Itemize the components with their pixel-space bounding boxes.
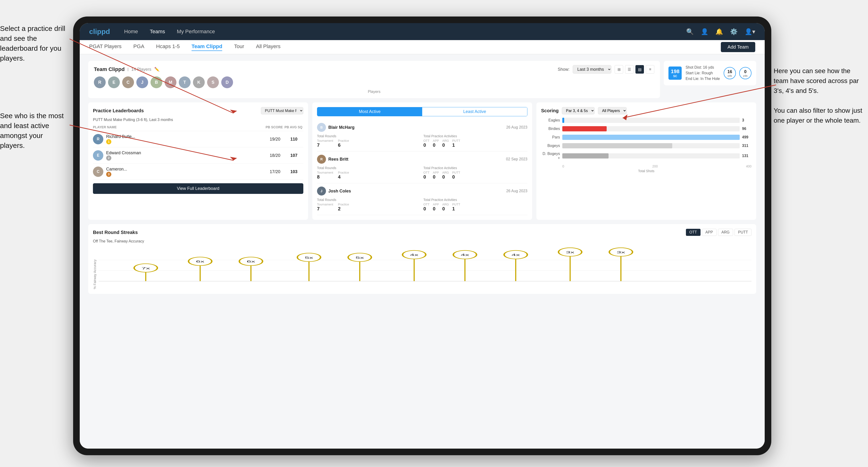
bar-label-eagles: Eagles: [541, 118, 560, 122]
lb-avg-2: 107: [284, 153, 303, 158]
activity-tabs: Most Active Least Active: [317, 107, 527, 116]
lb-avatar-1: R: [93, 134, 103, 144]
nav-teams[interactable]: Teams: [150, 29, 165, 35]
streak-filter-putt[interactable]: PUTT: [735, 229, 751, 236]
lb-name-1: Richard Butle...: [106, 134, 135, 139]
activity-name-rees: Rees Britt: [328, 157, 348, 162]
table-row: E Edward Crossman 2 18/20 107: [93, 148, 303, 164]
tab-most-active[interactable]: Most Active: [317, 107, 422, 116]
avatar-5[interactable]: B: [151, 76, 162, 88]
view-list-icon[interactable]: ☰: [625, 65, 633, 73]
players-label: Players: [94, 90, 654, 94]
subnav-team-clippd[interactable]: Team Clippd: [191, 43, 222, 51]
add-team-button[interactable]: Add Team: [721, 42, 755, 52]
avatar-7[interactable]: T: [179, 76, 191, 88]
scoring-filter-par[interactable]: Par 3, 4 & 5s: [562, 107, 595, 115]
subnav-all-players[interactable]: All Players: [256, 43, 280, 51]
annotation-mid-left: See who is the most and least active amo…: [0, 111, 69, 151]
activity-name-josh: Josh Coles: [328, 189, 351, 194]
user-avatar-icon[interactable]: 👤▾: [745, 28, 755, 35]
tab-least-active[interactable]: Least Active: [422, 107, 527, 116]
subnav-tour[interactable]: Tour: [234, 43, 244, 51]
avatar-8[interactable]: K: [193, 76, 205, 88]
streaks-filter-group: OTT APP ARG PUTT: [686, 229, 751, 236]
nav-my-performance[interactable]: My Performance: [177, 29, 215, 35]
col-pb-score: PB SCORE: [266, 125, 284, 129]
avatar-9[interactable]: S: [207, 76, 219, 88]
lb-badge-1: 1: [106, 139, 111, 144]
table-row: C Cameron... 3 17/20 103: [93, 164, 303, 180]
lb-score-3: 17/20: [266, 169, 284, 174]
bar-label-bogeys: Bogeys: [541, 144, 560, 148]
activity-card: Most Active Least Active B Blair McHarg …: [312, 102, 532, 220]
activity-player-blair: B Blair McHarg 26 Aug 2023 Total Rounds …: [317, 120, 527, 151]
subnav: PGAT Players PGA Hcaps 1-5 Team Clippd T…: [80, 40, 765, 54]
subnav-pgat[interactable]: PGAT Players: [89, 43, 121, 51]
svg-text:4x: 4x: [461, 253, 469, 257]
avatar-2[interactable]: E: [108, 76, 120, 88]
shot-circles: 16 yds 0 yds: [724, 67, 751, 79]
people-icon[interactable]: 👤: [701, 28, 708, 35]
streak-filter-app[interactable]: APP: [702, 229, 717, 236]
bar-row-birdies: Birdies 96: [541, 126, 751, 131]
subnav-pga[interactable]: PGA: [133, 43, 144, 51]
nav-home[interactable]: Home: [124, 29, 138, 35]
annotation-right: Here you can see how the team have score…: [774, 66, 863, 125]
bar-label-dbogeys: D. Bogeys +: [541, 152, 560, 160]
bar-value-birdies: 96: [742, 127, 751, 131]
y-axis-label: % Fairway Accuracy: [93, 247, 97, 289]
navbar-icons: 🔍 👤 🔔 ⚙️ 👤▾: [686, 28, 755, 35]
tablet-screen: clippd Home Teams My Performance 🔍 👤 🔔 ⚙…: [80, 23, 765, 448]
brand-logo: clippd: [89, 28, 110, 36]
bar-chart: Eagles 3 Birdies 96: [541, 118, 751, 160]
drill-select[interactable]: PUTT Must Make Putt...: [261, 107, 303, 115]
bar-row-eagles: Eagles 3: [541, 118, 751, 123]
team-name: Team Clippd: [94, 66, 125, 72]
bar-label-pars: Pars: [541, 135, 560, 139]
settings-icon[interactable]: ⚙️: [730, 28, 738, 35]
avatar-3[interactable]: C: [122, 76, 134, 88]
chart-xlabel: Total Shots: [541, 169, 751, 173]
drill-subtitle: PUTT Must Make Putting (3-6 ft), Last 3 …: [93, 118, 303, 122]
view-card-icon[interactable]: ▤: [636, 65, 644, 73]
col-player-name: PLAYER NAME: [93, 125, 266, 129]
view-full-leaderboard-button[interactable]: View Full Leaderboard: [93, 183, 303, 194]
bell-icon[interactable]: 🔔: [715, 28, 723, 35]
activity-avatar-blair: B: [317, 123, 326, 132]
activity-date-josh: 26 Aug 2023: [506, 189, 527, 193]
view-grid-icon[interactable]: ⊞: [615, 65, 623, 73]
lb-score-1: 19/20: [266, 137, 284, 142]
edit-icon[interactable]: ✏️: [154, 67, 159, 72]
svg-text:4x: 4x: [512, 253, 520, 257]
show-label: Show:: [558, 67, 569, 72]
avatar-1[interactable]: R: [94, 76, 106, 88]
search-icon[interactable]: 🔍: [686, 28, 694, 35]
svg-text:4x: 4x: [410, 253, 418, 257]
annotation-top-left: Select a practice drill and see the lead…: [0, 24, 69, 63]
svg-text:5x: 5x: [305, 256, 313, 259]
bar-row-dbogeys: D. Bogeys + 131: [541, 152, 751, 160]
streak-filter-ott[interactable]: OTT: [686, 229, 701, 236]
streak-filter-arg[interactable]: ARG: [718, 229, 733, 236]
lb-badge-3: 3: [106, 172, 111, 177]
player-avatars: R E C J B M T K S D: [94, 76, 654, 88]
svg-text:5x: 5x: [355, 256, 364, 259]
avatar-4[interactable]: J: [136, 76, 148, 88]
chart-xaxis: 0 200 400: [541, 163, 751, 168]
lb-avatar-3: C: [93, 166, 103, 177]
activity-player-josh: J Josh Coles 26 Aug 2023 Total Rounds To…: [317, 183, 527, 215]
show-select[interactable]: Last 3 months: [573, 65, 611, 73]
lb-badge-2: 2: [106, 155, 111, 161]
col-pb-avg: PB AVG SQ: [284, 125, 303, 129]
lb-player-1: R Richard Butle... 1: [93, 134, 266, 144]
activity-date-rees: 02 Sep 2023: [506, 157, 527, 161]
scoring-header: Scoring Par 3, 4 & 5s All Players: [541, 107, 751, 115]
svg-text:3x: 3x: [617, 251, 625, 254]
view-table-icon[interactable]: ≡: [646, 65, 654, 73]
lb-avg-3: 103: [284, 169, 303, 174]
avatar-6[interactable]: M: [165, 76, 177, 88]
avatar-10[interactable]: D: [221, 76, 233, 88]
scoring-filter-players[interactable]: All Players: [598, 107, 627, 115]
subnav-hcaps[interactable]: Hcaps 1-5: [156, 43, 180, 51]
main-content: Team Clippd | 14 Players ✏️ Show: Last 3…: [80, 54, 765, 448]
